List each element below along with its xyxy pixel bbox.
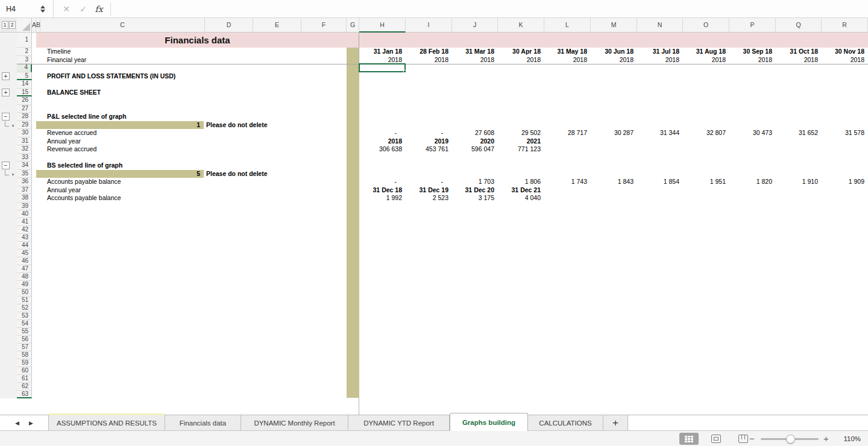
cell-C36[interactable]: Accounts payable balance <box>47 178 121 186</box>
separator-column-g[interactable] <box>347 48 359 398</box>
cell-J31[interactable]: 2020 <box>453 137 494 146</box>
cell-H30[interactable]: - <box>360 129 402 137</box>
cell-H36[interactable]: - <box>360 178 402 186</box>
cell-C5[interactable]: PROFIT AND LOSS STATEMENTS (IN USD) <box>47 72 175 81</box>
cell-R2[interactable]: 30 Nov 18 <box>823 48 864 56</box>
row-header-1[interactable]: 1 <box>17 33 32 48</box>
column-header-O[interactable]: O <box>683 18 729 32</box>
cell-Q2[interactable]: 31 Oct 18 <box>777 48 818 56</box>
row-header-46[interactable]: 46 <box>17 257 32 265</box>
cell-K2[interactable]: 30 Apr 18 <box>499 48 541 56</box>
cell-H3[interactable]: 2018 <box>360 56 402 64</box>
row-header-27[interactable]: 27 <box>17 105 32 113</box>
cell-K38[interactable]: 4 040 <box>499 194 541 203</box>
cell-I37[interactable]: 31 Dec 19 <box>407 186 448 195</box>
cell-J30[interactable]: 27 608 <box>453 129 494 137</box>
cell-N30[interactable]: 31 344 <box>638 129 679 137</box>
column-header-M[interactable]: M <box>591 18 637 32</box>
cell-J37[interactable]: 31 Dec 20 <box>453 186 494 195</box>
cell-K30[interactable]: 29 502 <box>499 129 541 137</box>
zoom-out-icon[interactable]: − <box>749 431 755 446</box>
sheet-tab-dynamic-ytd-report[interactable]: DYNAMIC YTD Report <box>348 415 450 431</box>
page-layout-view-button[interactable] <box>706 433 726 445</box>
row-header-33[interactable]: 33 <box>17 154 32 162</box>
cell-J38[interactable]: 3 175 <box>453 194 494 203</box>
cell-I3[interactable]: 2018 <box>407 56 448 64</box>
row-header-52[interactable]: 52 <box>17 304 32 312</box>
column-header-E[interactable]: E <box>253 18 301 32</box>
tab-scroll-left-icon[interactable]: ◀ <box>15 420 19 426</box>
cell-P36[interactable]: 1 820 <box>731 178 772 186</box>
row-header-55[interactable]: 55 <box>17 328 32 336</box>
cell-P3[interactable]: 2018 <box>731 56 772 64</box>
cell-K3[interactable]: 2018 <box>499 56 541 64</box>
row-header-3[interactable]: 3 <box>17 56 32 64</box>
row-header-36[interactable]: 36 <box>17 178 32 186</box>
cell-P2[interactable]: 30 Sep 18 <box>731 48 772 56</box>
outline-level-2-button[interactable]: 2 <box>9 21 16 29</box>
column-header-J[interactable]: J <box>452 18 498 32</box>
cell-N36[interactable]: 1 854 <box>638 178 679 186</box>
cell-Q36[interactable]: 1 910 <box>777 178 818 186</box>
row-header-43[interactable]: 43 <box>17 234 32 242</box>
cell-N3[interactable]: 2018 <box>638 56 679 64</box>
cell-Q3[interactable]: 2018 <box>777 56 818 64</box>
cell-L2[interactable]: 31 May 18 <box>546 48 587 56</box>
cell-D29[interactable]: Please do not delete <box>206 121 268 130</box>
cell-I30[interactable]: - <box>407 129 448 137</box>
cell-K31[interactable]: 2021 <box>499 137 541 146</box>
row-header-40[interactable]: 40 <box>17 210 32 218</box>
sheet-tab-dynamic-monthly-report[interactable]: DYNAMIC Monthly Report <box>241 415 348 431</box>
row-header-2[interactable]: 2 <box>17 48 32 56</box>
cell-I31[interactable]: 2019 <box>407 137 448 146</box>
column-header-F[interactable]: F <box>301 18 347 32</box>
outline-level-1-button[interactable]: 1 <box>2 21 8 29</box>
row-header-15[interactable]: 15 <box>17 89 32 97</box>
name-box-stepper-icon[interactable] <box>36 2 49 16</box>
sheet-tab-graphs-building[interactable]: Graphs building <box>450 413 528 431</box>
row-header-62[interactable]: 62 <box>17 383 32 391</box>
sheet-title-cell[interactable]: Financials data <box>36 33 359 48</box>
row-header-54[interactable]: 54 <box>17 320 32 328</box>
cell-C15[interactable]: BALANCE SHEET <box>47 89 101 97</box>
column-header-C[interactable]: C <box>40 18 205 32</box>
cell-R36[interactable]: 1 909 <box>823 178 864 186</box>
cell-H31[interactable]: 2018 <box>360 137 402 146</box>
row-header-26[interactable]: 26 <box>17 96 32 105</box>
cell-H2[interactable]: 31 Jan 18 <box>360 48 402 56</box>
column-header-Q[interactable]: Q <box>776 18 822 32</box>
row-header-31[interactable]: 31 <box>17 137 32 146</box>
row-header-61[interactable]: 61 <box>17 375 32 383</box>
cell-H32[interactable]: 306 638 <box>360 145 402 154</box>
column-header-K[interactable]: K <box>498 18 544 32</box>
collapse-group-row-28-icon[interactable]: − <box>2 113 10 121</box>
row-header-39[interactable]: 39 <box>17 203 32 210</box>
cell-R30[interactable]: 31 578 <box>823 129 864 137</box>
normal-view-button[interactable] <box>679 433 699 445</box>
sheet-tab-financials-data[interactable]: Financials data <box>165 415 241 431</box>
cell-O36[interactable]: 1 951 <box>684 178 726 186</box>
cell-J3[interactable]: 2018 <box>453 56 494 64</box>
cell-J36[interactable]: 1 703 <box>453 178 494 186</box>
row-header-34[interactable]: 34 <box>17 162 32 170</box>
column-header-R[interactable]: R <box>822 18 868 32</box>
cell-I36[interactable]: - <box>407 178 448 186</box>
cell-C32[interactable]: Revenue accrued <box>47 145 96 154</box>
cell-K36[interactable]: 1 806 <box>499 178 541 186</box>
row-header-53[interactable]: 53 <box>17 312 32 320</box>
cell-L30[interactable]: 28 717 <box>546 129 587 137</box>
row-header-45[interactable]: 45 <box>17 250 32 257</box>
cell-C34[interactable]: BS selected line of graph <box>47 162 122 170</box>
expand-group-row-5-icon[interactable]: + <box>2 72 10 80</box>
sheet-tab-calculations[interactable]: CALCULATIONS <box>528 415 603 431</box>
row-header-38[interactable]: 38 <box>17 194 32 203</box>
cell-I38[interactable]: 2 523 <box>407 194 448 203</box>
row-header-63[interactable]: 63 <box>17 391 32 398</box>
column-header-I[interactable]: I <box>406 18 452 32</box>
cell-B35[interactable]: 5 <box>36 170 204 178</box>
cell-C38[interactable]: Accounts payable balance <box>47 194 121 203</box>
row-header-44[interactable]: 44 <box>17 242 32 250</box>
stepper-down-icon[interactable] <box>40 10 45 13</box>
cell-C3[interactable]: Financial year <box>47 56 86 64</box>
row-header-30[interactable]: 30 <box>17 129 32 137</box>
